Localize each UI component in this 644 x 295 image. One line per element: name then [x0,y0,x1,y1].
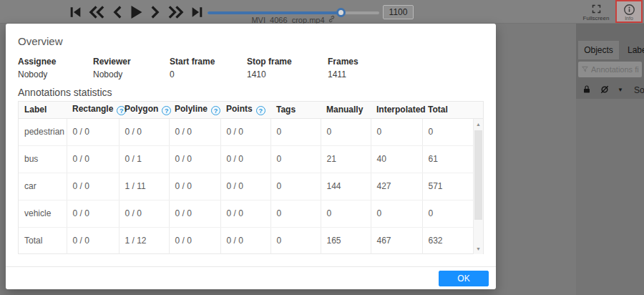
stat-cell: 0 / 0 [67,173,119,200]
help-icon[interactable]: ? [211,106,220,115]
stat-cell: 0 / 0 [220,173,270,200]
stat-cell: 165 [321,227,371,254]
objects-sidebar: Objects Labels ▼ Sort [576,24,644,295]
sort-label: Sort [634,85,644,95]
play-button[interactable] [130,5,143,19]
col-total: Total [422,102,483,118]
scroll-down-icon[interactable]: ▼ [474,244,483,253]
stat-cell: 0 / 0 [67,145,119,173]
last-frame-icon [191,5,203,19]
table-row: bus 0 / 0 0 / 1 0 / 0 0 / 0 0 21 40 61 [19,145,483,173]
scroll-up-icon[interactable]: ▲ [474,120,483,129]
field-label: Assignee [18,57,93,67]
filter-funnel-icon [581,63,589,76]
forward-button[interactable] [167,5,185,19]
stat-cell: car [19,173,67,200]
field-value: 1411 [328,69,399,79]
stat-cell: 427 [371,173,422,200]
col-manually: Manually [321,102,371,118]
col-rectangle: Rectangle? [67,102,119,118]
frame-slider[interactable] [208,11,379,15]
stat-cell: 0 / 0 [220,227,270,254]
lock-icon[interactable] [582,84,591,97]
field-label: Reviewer [93,57,170,67]
table-row: pedestrian 0 / 0 0 / 0 0 / 0 0 / 0 0 0 0… [19,118,483,145]
col-points: Points? [220,102,270,118]
tab-labels[interactable]: Labels [626,41,644,59]
stat-cell: 0 / 1 [119,145,169,173]
stat-cell: 0 [270,118,321,145]
col-polyline: Polyline? [169,102,220,118]
stat-cell: 0 / 0 [67,227,119,254]
field-value: 1410 [247,69,328,79]
stat-cell: 40 [371,145,422,173]
stat-cell: 0 [321,118,371,145]
stat-cell: 0 [270,200,321,227]
stats-header-row: Label Rectangle? Polygon? Polyline? Poin… [19,102,483,118]
field-stop-frame: Stop frame 1410 [247,57,328,79]
player-toolbar: MVI_4066_crop.mp4 Fullscreen Info [0,0,644,24]
col-tags: Tags [270,102,321,118]
stat-cell: 1 / 11 [119,173,169,200]
field-frames: Frames 1411 [328,57,399,79]
stat-cell: 0 / 0 [67,118,119,145]
first-frame-button[interactable] [69,5,82,19]
field-start-frame: Start frame 0 [170,57,247,79]
info-button[interactable]: Info [615,0,643,23]
stat-cell: vehicle [19,200,67,227]
caret-down-icon[interactable]: ▼ [618,87,623,93]
last-frame-button[interactable] [191,5,203,19]
stat-cell: 0 [321,200,371,227]
previous-frame-button[interactable] [112,5,123,19]
overview-fields: Assignee Nobody Reviewer Nobody Start fr… [18,57,399,79]
stat-cell: bus [19,145,67,173]
stat-cell: 0 / 0 [220,200,270,227]
field-value: Nobody [18,69,93,79]
tab-objects[interactable]: Objects [578,41,619,59]
stat-cell: 0 [270,173,321,200]
field-value: 0 [170,69,247,79]
backward-button[interactable] [88,5,106,19]
info-label: Info [617,16,641,21]
stat-cell: 0 [371,118,422,145]
field-label: Frames [328,57,399,67]
next-frame-button[interactable] [150,5,160,19]
sidebar-header: Objects Labels ▼ Sort [576,24,644,99]
table-scrollbar[interactable]: ▲ ▼ [473,119,483,254]
player-slider-fill [208,11,341,14]
frame-number-input[interactable] [383,5,414,19]
col-label: Label [19,102,67,118]
ok-button[interactable]: OK [439,271,489,286]
stat-cell: 0 / 0 [169,118,220,145]
modal-footer-divider [6,266,496,267]
stat-cell: 0 / 0 [169,227,220,254]
stat-cell: 0 / 0 [119,200,169,227]
field-reviewer: Reviewer Nobody [93,57,170,79]
field-label: Start frame [170,57,247,67]
previous-icon [112,5,123,19]
table-row: car 0 / 0 1 / 11 0 / 0 0 / 0 0 144 427 5… [19,173,483,200]
help-icon[interactable]: ? [162,106,171,115]
job-info-modal: Overview Assignee Nobody Reviewer Nobody… [6,24,496,289]
play-icon [130,5,143,19]
stat-cell: 0 / 0 [220,145,270,173]
help-icon[interactable]: ? [256,106,265,115]
scrollbar-thumb[interactable] [474,130,482,220]
col-polygon: Polygon? [119,102,169,118]
stat-cell: 0 / 0 [119,118,169,145]
stat-cell: 144 [321,173,371,200]
stat-cell: 0 [270,227,321,254]
info-icon [617,4,641,16]
fullscreen-button[interactable]: Fullscreen [580,1,612,23]
field-label: Stop frame [247,57,328,67]
annotations-filter-input[interactable] [591,65,639,74]
hidden-eye-icon[interactable] [600,84,610,97]
stats-title: Annotations statistics [18,87,112,98]
annotations-filter-box[interactable] [578,62,642,77]
stat-cell: 0 [371,200,422,227]
next-icon [150,5,160,19]
field-value: Nobody [93,69,170,79]
sidebar-actions-row: ▼ Sort [576,81,644,100]
fullscreen-icon [580,4,612,14]
stat-cell: 0 [270,145,321,173]
